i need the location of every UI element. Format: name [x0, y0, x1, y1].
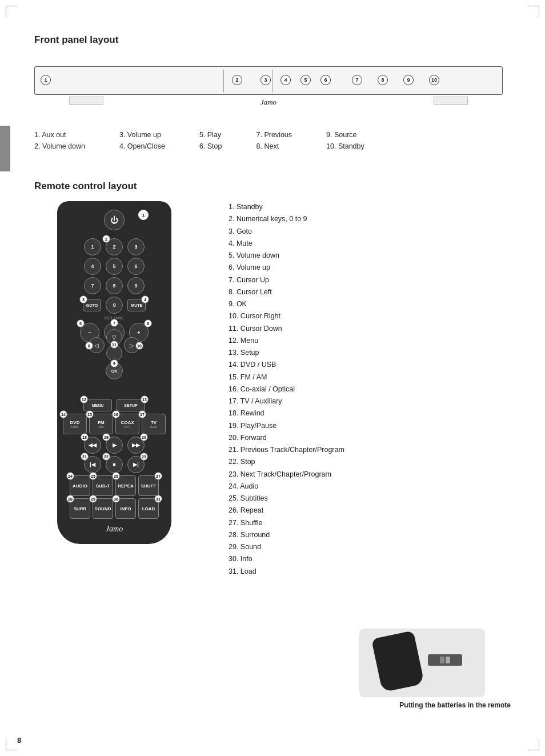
badge-22: 22	[102, 453, 110, 461]
prev-wrapper: |◀ 21	[84, 456, 101, 473]
sub-label: SUB-T	[96, 483, 110, 489]
surr-sound-info-load-row: SURR 28 SOUND 29 INFO	[63, 498, 166, 519]
remote-item-19: 19. Play/Pause	[229, 420, 511, 432]
load-wrapper: LOAD 31	[138, 498, 159, 519]
surr-label: SURR	[74, 506, 87, 511]
badge-29: 29	[89, 495, 97, 503]
remote-row-789: 7 8 9	[63, 277, 166, 294]
badge-25: 25	[89, 472, 97, 480]
remote-item-11: 11. Cursor Down	[229, 323, 511, 335]
remote-item-20: 20. Forward	[229, 432, 511, 444]
remote-item-8: 8. Cursor Left	[229, 286, 511, 298]
standby-button[interactable]: ⏻	[104, 210, 125, 230]
badge-21: 21	[81, 453, 89, 461]
remote-item-27: 27. Shuffle	[229, 517, 511, 529]
repeat-label: REPEA	[118, 483, 134, 489]
remote-item-13: 13. Setup	[229, 347, 511, 359]
audio-sub-repeat-shuffle-row: AUDIO 24 SUB-T 25 REPEA	[63, 475, 166, 496]
btn-6[interactable]: 6	[127, 258, 145, 275]
nav-cross: ◁ 8 OK 9 ▷ 10 ▽ 11	[89, 345, 140, 397]
remote-item-1: 1. Standby	[229, 201, 511, 213]
btn-3[interactable]: 3	[127, 238, 145, 255]
fp-divider-1	[223, 70, 224, 93]
remote-item-12: 12. Menu	[229, 335, 511, 347]
battery-image	[359, 629, 485, 697]
menu-setup-row: MENU 12 SETUP 13	[63, 399, 166, 411]
badge-18: 18	[81, 433, 89, 441]
remote-silhouette	[371, 630, 424, 693]
fp-num-5: 5	[300, 75, 311, 85]
shuffle-wrapper: SHUFF 27	[138, 475, 159, 496]
fp-bar: 1 2 3 4 5 6 7 8 9 10 Jamo	[34, 66, 503, 95]
badge-26: 26	[112, 472, 120, 480]
rwnd-play-fwd-row: ◀◀ 18 ▶ 19 ▶▶ 20	[63, 437, 166, 454]
coax-btn-wrapper: COAX OPT 16	[115, 414, 139, 434]
fp-deco-left	[69, 97, 103, 105]
remote-item-18: 18. Rewind	[229, 407, 511, 419]
btn-1[interactable]: 1	[84, 238, 101, 255]
fp-label-6: 6. Stop	[199, 141, 222, 152]
fp-labels-col-5: 9. Source 10. Standby	[326, 129, 364, 152]
fp-label-3: 3. Volume up	[119, 129, 165, 141]
btn-4[interactable]: 4	[84, 258, 101, 275]
tv-label: TV	[151, 420, 157, 425]
badge-16: 16	[112, 410, 120, 418]
badge-14: 14	[59, 410, 67, 418]
audio-wrapper: AUDIO 24	[70, 475, 90, 496]
remote-item-4: 4. Mute	[229, 238, 511, 250]
fp-label-8: 8. Next	[257, 141, 292, 152]
front-panel-heading: Front panel layout	[34, 34, 511, 46]
remote-item-3: 3. Goto	[229, 226, 511, 238]
badge-7: 7	[110, 319, 118, 327]
btn-8[interactable]: 8	[106, 277, 123, 294]
fp-labels-col-2: 3. Volume up 4. Open/Close	[119, 129, 165, 152]
fm-label: FM	[98, 420, 105, 425]
btn-5[interactable]: 5	[106, 258, 123, 275]
usb-label: USB	[71, 425, 78, 429]
battery-illustration	[365, 631, 479, 694]
badge-19: 19	[102, 433, 110, 441]
sub-wrapper: SUB-T 25	[93, 475, 113, 496]
opt-label: OPT	[124, 425, 131, 429]
shuffle-label: SHUFF	[141, 483, 157, 489]
badge-13: 13	[141, 395, 149, 403]
remote-item-15: 15. FM / AM	[229, 371, 511, 383]
corner-br	[528, 739, 539, 750]
btn-7[interactable]: 7	[84, 277, 101, 294]
remote-item-23: 23. Next Track/Chapter/Program	[229, 469, 511, 481]
front-panel-labels: 1. Aux out 2. Volume down 3. Volume up 4…	[34, 129, 511, 152]
btn-0[interactable]: 0	[106, 297, 123, 314]
corner-tr	[528, 6, 539, 17]
surr-wrapper: SURR 28	[70, 498, 90, 519]
fp-num-2: 2	[232, 75, 242, 85]
info-label: INFO	[120, 506, 131, 511]
next-wrapper: ▶| 23	[127, 456, 145, 473]
fp-brand: Jamo	[261, 98, 276, 107]
ok-btn[interactable]: OK 9	[106, 362, 123, 379]
front-panel-illustration: 1 2 3 4 5 6 7 8 9 10 Jamo	[34, 55, 503, 101]
fp-num-8: 8	[378, 75, 388, 85]
badge-31: 31	[154, 495, 162, 503]
badge-4: 4	[141, 295, 149, 303]
play-wrapper: ▶ 19	[106, 437, 123, 454]
remote-item-31: 31. Load	[229, 566, 511, 578]
battery-cell-2	[446, 657, 450, 663]
badge-23: 23	[140, 453, 148, 461]
remote-item-6: 6. Volume up	[229, 262, 511, 274]
remote-item-25: 25. Subtitles	[229, 493, 511, 505]
remote-standby-row: 1 ⏻	[63, 210, 166, 235]
remote-item-28: 28. Surround	[229, 529, 511, 541]
page-number: 8	[17, 736, 21, 745]
remote-container: 1 ⏻ 1 2 2 3	[34, 201, 511, 578]
remote-item-2: 2. Numerical keys, 0 to 9	[229, 213, 511, 225]
badge-6: 6	[144, 319, 152, 327]
setup-wrapper: SETUP 13	[117, 399, 145, 411]
battery-text: Putting the batteries in the remote	[359, 701, 511, 710]
remote-item-21: 21. Previous Track/Chapter/Program	[229, 444, 511, 456]
remote-item-16: 16. Co-axial / Optical	[229, 383, 511, 395]
fp-num-4: 4	[280, 75, 291, 85]
badge-8: 8	[85, 342, 93, 350]
btn-9[interactable]: 9	[127, 277, 145, 294]
remote-item-5: 5. Volume down	[229, 250, 511, 262]
remote-item-29: 29. Sound	[229, 541, 511, 553]
